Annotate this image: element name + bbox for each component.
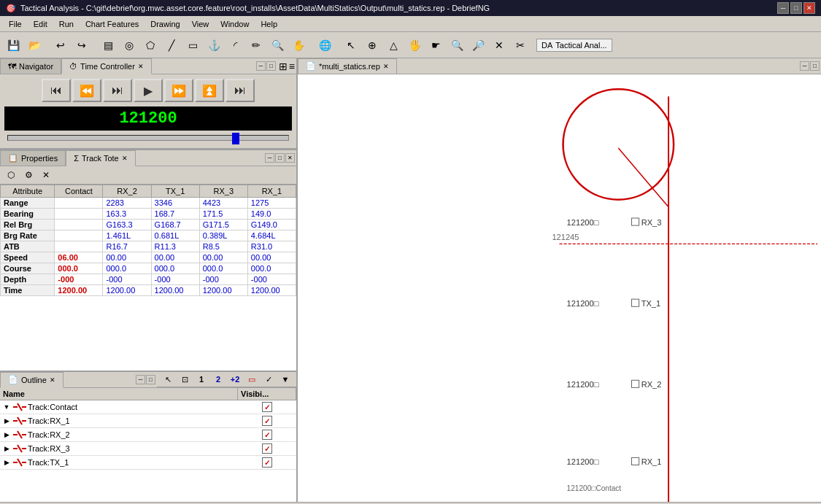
map-tab-close[interactable]: ✕	[383, 63, 389, 70]
tc-rewind-button[interactable]: ⏪	[72, 79, 101, 102]
toolbar-pan[interactable]: ✋	[288, 35, 309, 55]
props-tb-delete[interactable]: ✕	[38, 168, 54, 182]
map-maximize-btn[interactable]: □	[810, 61, 820, 71]
menu-window[interactable]: Window	[215, 18, 255, 30]
toolbar-zoom-out[interactable]: 🔎	[468, 35, 488, 55]
title-bar-controls[interactable]: ─ □ ✕	[777, 2, 815, 14]
list-item[interactable]: ▶ Track:RX_3	[0, 442, 296, 456]
outline-close[interactable]: ✕	[50, 376, 55, 384]
tab-multi-statics[interactable]: 📄 *multi_statics.rep ✕	[298, 58, 397, 74]
toolbar-triangle[interactable]: △	[383, 35, 404, 55]
toolbar-globe[interactable]: 🌐	[315, 35, 335, 55]
outline-maximize-btn[interactable]: □	[146, 375, 155, 384]
tab-outline[interactable]: 📄 Outline ✕	[0, 372, 63, 388]
toolbar-zoom-in[interactable]: 🔍	[447, 35, 467, 55]
toolbar-close-x[interactable]: ✕	[489, 35, 509, 55]
expand-icon[interactable]: ▼	[1, 402, 12, 412]
tab-track-tote[interactable]: Σ Track Tote ✕	[66, 150, 136, 166]
tab-minimize-btn[interactable]: ─	[256, 61, 266, 71]
tc-play-button[interactable]: ▶	[134, 79, 163, 102]
toolbar-anchor[interactable]: ⚓	[204, 35, 224, 55]
toolbar-line[interactable]: ╱	[161, 35, 182, 55]
close-button[interactable]: ✕	[803, 2, 815, 14]
time-controller-close[interactable]: ✕	[138, 63, 144, 70]
visibility-checkbox[interactable]	[262, 457, 272, 468]
list-item[interactable]: ▶ Track:RX_1	[0, 414, 296, 428]
grid-icon[interactable]: ⊞	[279, 61, 288, 72]
expand-icon[interactable]: ▶	[1, 457, 12, 468]
time-slider-track[interactable]	[7, 135, 289, 141]
props-maximize-btn[interactable]: □	[275, 153, 285, 163]
time-slider-thumb[interactable]	[232, 133, 239, 144]
map-minimize-btn[interactable]: ─	[800, 61, 809, 71]
props-tb-cube[interactable]: ⬡	[3, 168, 19, 182]
track-tote-close[interactable]: ✕	[122, 155, 128, 162]
toolbar-rect[interactable]: ▭	[182, 35, 203, 55]
toolbar-cursor[interactable]: ↖	[341, 35, 361, 55]
menu-run[interactable]: Run	[53, 18, 80, 30]
outline-down-btn[interactable]: ▼	[277, 372, 293, 387]
menu-bar: File Edit Run Chart Features Drawing Vie…	[0, 16, 821, 32]
toolbar-open[interactable]: 💾	[3, 35, 23, 55]
tree-item-name: ▶ Track:RX_2	[0, 428, 238, 441]
list-item[interactable]: ▶ Track:TX_1	[0, 456, 296, 470]
outline-rect-btn[interactable]: ▭	[244, 372, 260, 387]
toolbar-crosshair[interactable]: ⊕	[362, 35, 382, 55]
list-item[interactable]: ▶ Track:RX_2	[0, 428, 296, 442]
tab-time-controller[interactable]: ⏱ Time Controller ✕	[61, 58, 152, 74]
tc-step-fwd-button[interactable]: ⏩	[164, 79, 193, 102]
tc-step-back-button[interactable]: ⏭	[103, 79, 132, 102]
outline-check-btn[interactable]: ✓	[261, 372, 277, 387]
tab-navigator[interactable]: 🗺 Navigator	[0, 58, 61, 74]
toolbar-polygon[interactable]: ⬠	[140, 35, 161, 55]
toolbar-zoom-fit[interactable]: 🔍	[267, 35, 288, 55]
props-minimize-btn[interactable]: ─	[265, 153, 274, 163]
menu-help[interactable]: Help	[255, 18, 283, 30]
toolbar-arc[interactable]: ◜	[225, 35, 245, 55]
outline-cursor-btn[interactable]: ↖	[160, 372, 176, 387]
toolbar-save[interactable]: 📂	[24, 35, 45, 55]
toolbar-hand[interactable]: 🖐	[404, 35, 425, 55]
tree-item-name: ▶ Track:RX_3	[0, 442, 238, 455]
visibility-checkbox[interactable]	[262, 430, 272, 440]
expand-icon[interactable]: ▶	[1, 443, 12, 454]
toolbar-hand2[interactable]: ☛	[425, 35, 446, 55]
visibility-checkbox[interactable]	[262, 443, 272, 454]
menu-edit[interactable]: Edit	[28, 18, 53, 30]
minimize-button[interactable]: ─	[777, 2, 789, 14]
outline-1-btn[interactable]: 1	[193, 372, 209, 387]
visibility-checkbox[interactable]	[262, 416, 272, 426]
menu-file[interactable]: File	[3, 18, 28, 30]
expand-icon[interactable]: ▶	[1, 430, 12, 440]
visibility-checkbox[interactable]	[262, 402, 272, 412]
props-close-btn[interactable]: ✕	[285, 153, 295, 163]
list-icon[interactable]: ≡	[289, 61, 295, 72]
cell-6-3: 000.0	[151, 263, 199, 274]
outline-2b-btn[interactable]: +2	[227, 372, 243, 387]
props-tb-settings[interactable]: ⚙	[20, 168, 36, 182]
outline-minimize-btn[interactable]: ─	[136, 375, 145, 384]
tc-fast-fwd-button[interactable]: ⏫	[195, 79, 224, 102]
tc-first-button[interactable]: ⏮	[42, 79, 71, 102]
toolbar-undo[interactable]: ↩	[50, 35, 71, 55]
toolbar-scissors[interactable]: ✂	[510, 35, 531, 55]
cell-6-1: 000.0	[55, 263, 103, 274]
map-canvas[interactable]: RX_3 121200□ 121245 TX_1 121200□ RX_2 12…	[298, 74, 821, 502]
outline-select-btn[interactable]: ⊡	[177, 372, 193, 387]
outline-2-btn[interactable]: 2	[210, 372, 226, 387]
toolbar-redo[interactable]: ↪	[72, 35, 92, 55]
maximize-button[interactable]: □	[790, 2, 802, 14]
list-item[interactable]: ▼ Track:Contact	[0, 400, 296, 414]
toolbar-ellipse[interactable]: ◎	[119, 35, 139, 55]
toolbar-pen[interactable]: ✏	[246, 35, 266, 55]
tactical-panel-button[interactable]: DA Tactical Anal...	[536, 39, 612, 52]
tab-properties[interactable]: 📋 Properties	[0, 150, 66, 166]
tc-last-button[interactable]: ⏭	[226, 79, 255, 102]
menu-view[interactable]: View	[186, 18, 215, 30]
cell-4-4: R8.5	[199, 241, 247, 252]
tab-maximize-btn[interactable]: □	[266, 61, 276, 71]
expand-icon[interactable]: ▶	[1, 416, 12, 426]
toolbar-select[interactable]: ▤	[98, 35, 118, 55]
menu-drawing[interactable]: Drawing	[144, 18, 185, 30]
menu-chart-features[interactable]: Chart Features	[80, 18, 144, 30]
